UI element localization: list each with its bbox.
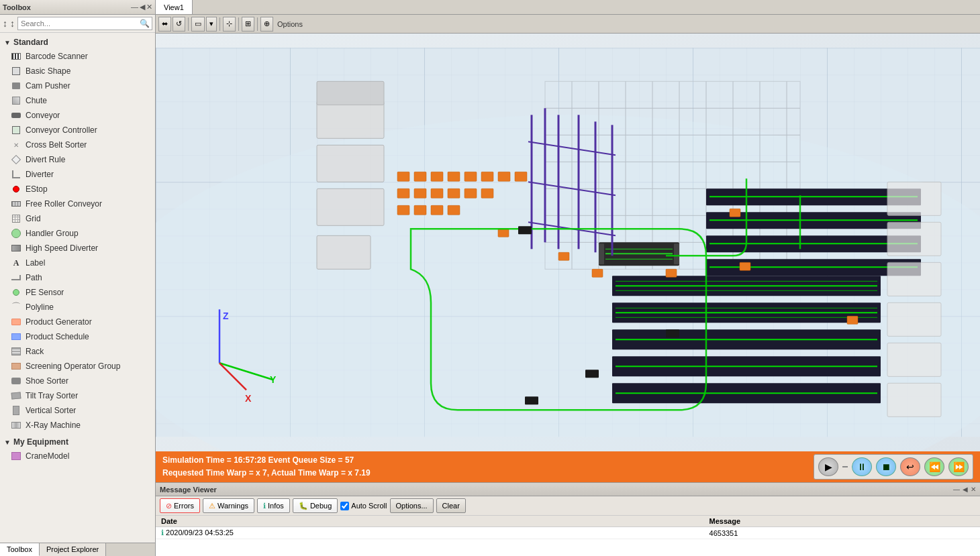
viewport[interactable]: Z Y X — [156, 34, 980, 451]
item-diverter[interactable]: Diverter — [0, 167, 155, 182]
item-label[interactable]: A Label — [0, 256, 155, 270]
item-rack[interactable]: Rack — [0, 344, 155, 359]
tilt-tray-sorter-icon — [11, 390, 21, 401]
item-label-label: Label — [26, 258, 45, 268]
chute-icon — [11, 95, 21, 106]
mv-content: Date Message ℹ 2020/09/23 04:53:25 46533… — [156, 516, 980, 556]
mv-close-icon[interactable]: ✕ — [971, 486, 976, 493]
sim-rewind-btn[interactable]: ↩ — [900, 457, 920, 476]
row-icon: ℹ — [161, 529, 164, 537]
expand-all-btn[interactable]: ↕ — [3, 18, 7, 29]
auto-scroll-checkbox[interactable] — [340, 502, 349, 510]
svg-rect-65 — [498, 172, 510, 181]
svg-text:Z: Z — [223, 311, 229, 321]
toolbox-content: ▼ Standard Barcode Scanner Basic Shape C… — [0, 33, 155, 543]
sim-fast-backward-btn[interactable]: ⏪ — [924, 457, 944, 476]
toolbar-select-btn[interactable]: ⬌ — [158, 17, 171, 32]
item-cam-pusher[interactable]: Cam Pusher — [0, 78, 155, 93]
col-date: Date — [156, 516, 704, 527]
item-basic-shape[interactable]: Basic Shape — [0, 64, 155, 78]
errors-btn[interactable]: ⊘ Errors — [160, 498, 200, 513]
item-free-roller-conveyor[interactable]: Free Roller Conveyor — [0, 197, 155, 211]
mv-float-icon[interactable]: ◀ — [963, 486, 968, 493]
debug-btn[interactable]: 🐛 Debug — [293, 498, 338, 513]
item-label-conveyor-controller: Conveyor Controller — [26, 125, 97, 135]
item-cross-belt-sorter[interactable]: ✕ Cross Belt Sorter — [0, 137, 155, 152]
sim-time-label: Simulation Time = 16:57:28 Event Queue S… — [162, 454, 371, 467]
svg-rect-93 — [518, 226, 532, 234]
item-shoe-sorter[interactable]: Shoe Sorter — [0, 374, 155, 388]
item-grid[interactable]: Grid — [0, 211, 155, 226]
tab-project-explorer[interactable]: Project Explorer — [40, 543, 106, 556]
toolbar-rect-drop-btn[interactable]: ▾ — [206, 17, 217, 32]
item-crane-model[interactable]: CraneModel — [0, 449, 155, 463]
app-container: Toolbox — ◀ ✕ ↕ ↕ 🔍 ▼ — [0, 0, 980, 556]
mv-header: Message Viewer — ◀ ✕ — [156, 483, 980, 496]
clear-btn[interactable]: Clear — [436, 498, 466, 513]
tab-toolbox[interactable]: Toolbox — [0, 543, 40, 556]
item-barcode-scanner[interactable]: Barcode Scanner — [0, 49, 155, 64]
item-tilt-tray-sorter[interactable]: Tilt Tray Sorter — [0, 388, 155, 403]
item-divert-rule[interactable]: Divert Rule — [0, 152, 155, 167]
toolbar-grid-btn[interactable]: ⊞ — [242, 17, 254, 32]
svg-rect-70 — [448, 188, 460, 198]
sim-pause-btn[interactable]: ⏸ — [852, 457, 872, 476]
warnings-btn[interactable]: ⚠ Warnings — [203, 498, 254, 513]
toolbar-rect-btn[interactable]: ▭ — [191, 17, 205, 32]
item-label-high-speed-diverter: High Speed Diverter — [26, 243, 98, 253]
row-message: 4653351 — [704, 527, 980, 539]
svg-rect-53 — [887, 182, 941, 215]
svg-rect-71 — [464, 188, 477, 198]
item-high-speed-diverter[interactable]: High Speed Diverter — [0, 241, 155, 256]
search-input[interactable] — [18, 19, 138, 27]
free-roller-conveyor-icon — [11, 199, 21, 209]
item-polyline[interactable]: ⌒ Polyline — [0, 300, 155, 315]
search-icon[interactable]: 🔍 — [138, 19, 152, 28]
mv-title: Message Viewer — [160, 486, 217, 494]
divert-rule-icon — [11, 154, 21, 165]
collapse-all-btn[interactable]: ↕ — [10, 18, 15, 29]
errors-icon: ⊘ — [166, 502, 172, 510]
toolbar-snap-btn[interactable]: ⊹ — [223, 17, 236, 32]
section-my-equipment[interactable]: ▼ My Equipment — [0, 435, 155, 449]
item-label-product-schedule: Product Schedule — [26, 332, 89, 341]
item-product-schedule[interactable]: Product Schedule — [0, 329, 155, 344]
item-chute[interactable]: Chute — [0, 93, 155, 108]
svg-text:X: X — [245, 393, 252, 404]
infos-btn[interactable]: ℹ Infos — [257, 498, 290, 513]
sim-stop-btn[interactable]: ⏹ — [876, 457, 896, 476]
item-product-generator[interactable]: Product Generator — [0, 315, 155, 329]
close-icon[interactable]: ✕ — [146, 3, 152, 11]
options-button[interactable]: Options — [277, 20, 303, 28]
item-screening-operator-group[interactable]: Screening Operator Group — [0, 359, 155, 374]
section-label-standard: Standard — [13, 38, 48, 47]
svg-rect-54 — [887, 222, 941, 256]
item-label-basic-shape: Basic Shape — [26, 66, 70, 76]
mv-pin-icon[interactable]: — — [953, 486, 960, 493]
toolbox-sidebar: Toolbox — ◀ ✕ ↕ ↕ 🔍 ▼ — [0, 0, 156, 556]
svg-rect-25 — [674, 243, 679, 264]
svg-rect-67 — [397, 188, 409, 198]
mv-toolbar: ⊘ Errors ⚠ Warnings ℹ Infos 🐛 Debug — [156, 496, 980, 516]
toolbar-rotate-btn[interactable]: ↺ — [173, 17, 185, 32]
item-x-ray-machine[interactable]: X-Ray Machine — [0, 418, 155, 433]
item-label-cam-pusher: Cam Pusher — [26, 81, 70, 91]
section-standard[interactable]: ▼ Standard — [0, 36, 155, 49]
item-label-tilt-tray-sorter: Tilt Tray Sorter — [26, 391, 78, 400]
pin-icon[interactable]: — — [131, 3, 138, 11]
item-vertical-sorter[interactable]: Vertical Sorter — [0, 403, 155, 418]
item-conveyor-controller[interactable]: Conveyor Controller — [0, 123, 155, 137]
section-label-my-equipment: My Equipment — [13, 437, 68, 447]
options-btn[interactable]: Options... — [390, 498, 434, 513]
item-estop[interactable]: EStop — [0, 182, 155, 197]
sim-fast-forward-btn[interactable]: ⏩ — [948, 457, 969, 476]
rack-icon — [11, 346, 21, 357]
item-conveyor[interactable]: Conveyor — [0, 108, 155, 123]
toolbar-crosshair-btn[interactable]: ⊕ — [260, 17, 273, 32]
item-handler-group[interactable]: Handler Group — [0, 226, 155, 241]
sim-play-btn[interactable]: ▶ — [818, 457, 838, 476]
item-path[interactable]: Path — [0, 270, 155, 285]
view-tab-view1[interactable]: View1 — [156, 0, 193, 14]
auto-hide-icon[interactable]: ◀ — [140, 3, 145, 11]
item-pe-sensor[interactable]: PE Sensor — [0, 285, 155, 300]
